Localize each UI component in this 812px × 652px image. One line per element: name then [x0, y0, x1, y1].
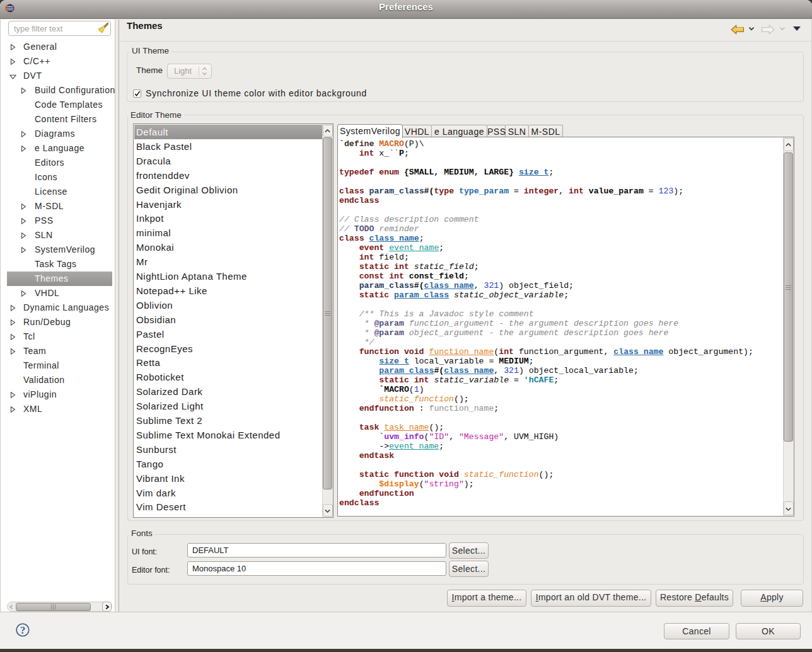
svg-text:?: ? — [20, 624, 25, 636]
